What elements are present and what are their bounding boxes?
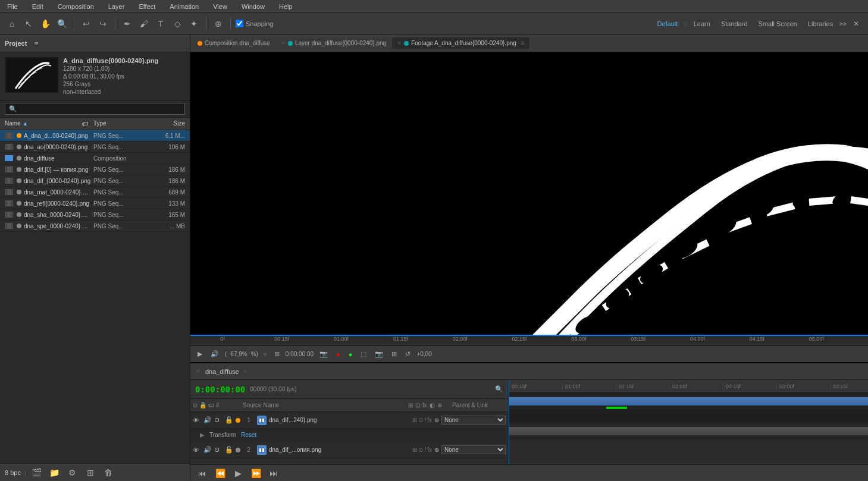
menu-help[interactable]: Help [277,2,295,11]
layer-header-row: ⊙ 🔒 🏷 # Source Name ⊞ ⊡ fx ◐ [190,399,508,412]
layer2-bar-row[interactable] [509,423,868,439]
pen-tool[interactable]: ✒ [120,17,134,31]
expand-arrow1[interactable]: ▶ [200,432,205,438]
layer1-lock[interactable]: 🔓 [225,416,233,424]
main-toolbar: ⌂ ↖ ✋ 🔍 ↩ ↪ ✒ 🖌 T ◇ ✦ ⊕ Snapping Default… [0,13,868,34]
shape-tool[interactable]: ◇ [170,17,184,31]
svg-rect-0 [7,59,57,92]
reset-btn[interactable]: Reset [241,432,256,438]
vc-audio[interactable]: 🔊 [208,349,221,359]
layer2-solo[interactable]: ⊙ [214,446,223,454]
workspace-more[interactable]: >> [839,20,847,27]
tl-next-frame[interactable]: ⏩ [249,466,263,480]
tab-footage[interactable]: ✕ Footage A_dna_diffuse{0000-0240}.png ≡ [392,37,529,49]
vc-reset[interactable]: ↺ [403,349,413,359]
new-folder-btn[interactable]: 📁 [48,466,62,480]
file-row-1[interactable]: A_dna_d...00-0240}.pngPNG Seq...6,1 M... [0,130,190,142]
file-row-9[interactable]: dna_spe_0000-0240}.pngPNG Seq...... MB [0,221,190,232]
redo-btn[interactable]: ↪ [96,17,110,31]
layer2-lock[interactable]: 🔓 [225,446,233,454]
menu-file[interactable]: File [5,2,20,11]
tl-prev-frame[interactable]: ⏪ [213,466,227,480]
file-row-3[interactable]: dna_diffuseComposition [0,153,190,164]
workspace-default[interactable]: Default [652,18,682,30]
layer1-sw2[interactable]: ⊙ [418,417,423,423]
vc-color1[interactable]: ● [334,350,343,359]
project-menu-btn[interactable]: ≡ [32,39,41,48]
tl-play-btn[interactable]: ⏮ [195,466,209,480]
delete-btn[interactable]: 🗑 [101,466,115,480]
file-row-4[interactable]: dna_dif.[0] — копия.pngPNG Seq...186 M [0,164,190,175]
file-row-2[interactable]: dna_ao{0000-0240}.pngPNG Seq...106 M [0,142,190,153]
search-input[interactable] [5,103,185,115]
layer2-sw2[interactable]: ⊙ [418,447,423,453]
layer1-parent-select[interactable]: None [441,416,506,425]
puppet-tool[interactable]: ✦ [187,17,201,31]
vc-fit[interactable]: ⊞ [272,349,282,359]
workspace-libraries[interactable]: Libraries [803,18,838,30]
workspace-small-screen[interactable]: Small Screen [754,18,802,30]
layer2-sw3[interactable]: / [424,447,426,453]
layer1-bar-row[interactable] [509,393,868,410]
layer2-sw1[interactable]: ⊞ [412,447,417,453]
menu-window[interactable]: Window [239,2,267,11]
project-bottom: 8 bpc | 🎬 📁 ⚙ ⊞ 🗑 [0,463,190,481]
menu-animation[interactable]: Animation [167,2,201,11]
layer-tab-label: Layer dna_diffuse{0000-0240}.png [295,40,386,46]
file-name-7: dna_refl{0000-0240}.png [24,200,91,207]
menu-composition[interactable]: Composition [55,2,96,11]
vc-camera[interactable]: 📷 [317,349,330,359]
timeline-playhead[interactable] [509,380,509,464]
close-btn[interactable]: ✕ [849,17,863,31]
layer1-solo[interactable]: ⊙ [214,416,223,424]
file-row-5[interactable]: dna_dif_{0000-0240}.pngPNG Seq...186 M [0,175,190,187]
select-tool[interactable]: ↖ [21,17,36,31]
lh-ctrl3: fx [422,402,427,408]
file-type-5: PNG Seq... [93,178,147,184]
layer1-sw4[interactable]: fx [427,417,432,423]
roto-tool[interactable]: ⊕ [211,17,225,31]
menu-edit[interactable]: Edit [30,2,46,11]
vc-render[interactable]: ⬚ [358,349,369,359]
current-time-display[interactable]: 0:00:00:00 [195,385,245,394]
new-composition-btn[interactable]: 🎬 [30,466,44,480]
layer1-audio[interactable]: 🔊 [203,416,212,424]
timeline-search[interactable]: 🔍 [495,385,503,393]
menu-view[interactable]: View [211,2,230,11]
tab-composition[interactable]: Composition dna_diffuse [193,37,275,49]
home-tool[interactable]: ⌂ [5,17,19,31]
layer1-sw3[interactable]: / [424,417,426,423]
layer2-parent-select[interactable]: None [441,445,506,454]
zoom-tool[interactable]: 🔍 [55,17,69,31]
snapping-checkbox[interactable] [236,20,243,27]
file-icon-1 [5,132,14,139]
file-row-6[interactable]: dna_mat_0000-0240}.pngPNG Seq...689 M [0,187,190,198]
layer2-sw4[interactable]: fx [427,447,432,453]
vc-color2[interactable]: ● [346,350,355,359]
type-tool[interactable]: T [153,17,168,31]
footage-tab-menu[interactable]: ≡ [521,40,525,46]
layer1-sw1[interactable]: ⊞ [412,417,417,423]
tl-end-btn[interactable]: ⏭ [267,466,281,480]
deps-btn[interactable]: ⊞ [83,466,98,480]
file-table-header: Name ▲ 🏷 Type Size [0,118,190,130]
file-row-7[interactable]: dna_refl{0000-0240}.pngPNG Seq...133 M [0,198,190,209]
menu-layer[interactable]: Layer [106,2,127,11]
workspace-standard[interactable]: Standard [716,18,753,30]
layer1-name: dna_dif...240}.png [269,417,410,423]
brush-tool[interactable]: 🖌 [137,17,151,31]
undo-btn[interactable]: ↩ [79,17,93,31]
layer2-vis[interactable]: 👁 [193,447,201,454]
vc-snapshot[interactable]: 📷 [372,349,386,359]
vc-play-stop[interactable]: ▶ [195,349,205,359]
tl-play-pause[interactable]: ▶ [231,466,245,480]
menu-effect[interactable]: Effect [136,2,158,11]
file-row-8[interactable]: dna_sha_0000-0240}.pngPNG Seq...165 M [0,209,190,221]
workspace-learn[interactable]: Learn [689,18,715,30]
layer2-audio[interactable]: 🔊 [203,446,212,454]
tab-layer[interactable]: ✕ Layer dna_diffuse{0000-0240}.png [276,37,391,49]
vc-grid[interactable]: ⊞ [389,349,399,359]
settings-btn[interactable]: ⚙ [65,466,80,480]
hand-tool[interactable]: ✋ [38,17,52,31]
layer1-vis[interactable]: 👁 [193,417,201,424]
